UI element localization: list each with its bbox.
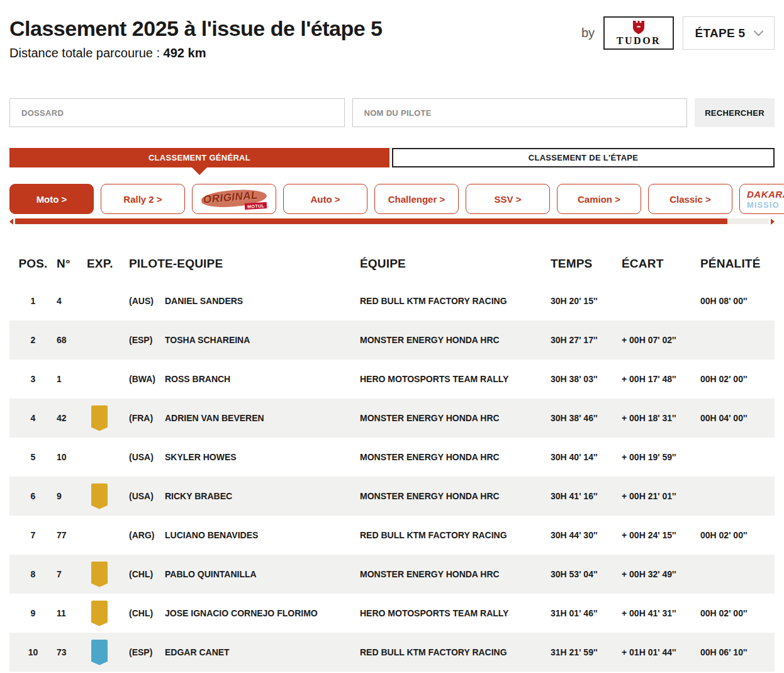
scrollbar-thumb[interactable] bbox=[15, 218, 727, 224]
number-cell: 9 bbox=[57, 491, 87, 501]
category-button-classic[interactable]: Classic > bbox=[648, 184, 732, 214]
pilot-cell: (FRA)ADRIEN VAN BEVEREN bbox=[129, 413, 360, 423]
table-row[interactable]: 87(CHL)PABLO QUINTANILLAMONSTER ENERGY H… bbox=[9, 555, 775, 594]
column-header-pilot: PILOTE-EQUIPE bbox=[129, 257, 360, 271]
table-row[interactable]: 442(FRA)ADRIEN VAN BEVERENMONSTER ENERGY… bbox=[9, 399, 775, 438]
table-row[interactable]: 1073(ESP)EDGAR CANETRED BULL KTM FACTORY… bbox=[9, 633, 775, 672]
table-header-row: POS.N°EXP.PILOTE-EQUIPEÉQUIPETEMPSÉCARTP… bbox=[9, 257, 775, 281]
category-button-moto[interactable]: Moto > bbox=[9, 184, 94, 214]
number-cell: 1 bbox=[57, 374, 87, 384]
table-row[interactable]: 777(ARG)LUCIANO BENAVIDESRED BULL KTM FA… bbox=[9, 516, 775, 555]
gap-cell: + 01H 01' 44'' bbox=[622, 647, 700, 657]
search-row: RECHERCHER bbox=[9, 98, 775, 127]
table-row[interactable]: 31(BWA)ROSS BRANCHHERO MOTOSPORTS TEAM R… bbox=[9, 359, 775, 399]
table-row[interactable]: 510(USA)SKYLER HOWESMONSTER ENERGY HONDA… bbox=[9, 438, 775, 477]
table-row[interactable]: 911(CHL)JOSE IGNACIO CORNEJO FLORIMOHERO… bbox=[9, 594, 775, 633]
tab-classement-etape-label: CLASSEMENT DE L'ÉTAPE bbox=[529, 153, 639, 162]
search-button[interactable]: RECHERCHER bbox=[695, 98, 775, 127]
table-row[interactable]: 268(ESP)TOSHA SCHAREINAMONSTER ENERGY HO… bbox=[9, 320, 775, 359]
country-code: (USA) bbox=[129, 491, 165, 501]
country-code: (ARG) bbox=[129, 530, 165, 540]
stage-select-dropdown[interactable]: ÉTAPE 5 bbox=[683, 16, 775, 50]
dossard-input[interactable] bbox=[9, 98, 345, 127]
category-row: Moto >Rally 2 >ORIGINALMOTULAuto >Challe… bbox=[9, 184, 775, 214]
time-cell: 30H 38' 03'' bbox=[551, 374, 622, 384]
gap-cell: + 00H 41' 31'' bbox=[622, 608, 700, 618]
category-button-dakar-mission[interactable]: DAKARAMISSIO bbox=[739, 184, 784, 214]
pilot-name-input[interactable] bbox=[352, 98, 688, 127]
category-button-ssv[interactable]: SSV > bbox=[466, 184, 550, 214]
dakar-logo-line2: MISSIO bbox=[747, 200, 784, 210]
position-cell: 1 bbox=[9, 296, 57, 306]
experience-cell bbox=[87, 484, 129, 509]
category-button-camion[interactable]: Camion > bbox=[557, 184, 641, 214]
pilot-cell: (CHL)JOSE IGNACIO CORNEJO FLORIMO bbox=[129, 608, 360, 618]
position-cell: 10 bbox=[9, 647, 57, 657]
pilot-cell: (ESP)EDGAR CANET bbox=[129, 647, 360, 657]
country-code: (BWA) bbox=[129, 374, 165, 384]
distance-subtitle: Distance totale parcourue : 492 km bbox=[9, 46, 383, 60]
penalty-cell: 00H 02' 00'' bbox=[700, 608, 775, 618]
position-cell: 4 bbox=[9, 413, 57, 423]
category-button-auto[interactable]: Auto > bbox=[283, 184, 367, 214]
category-button-original-by-motul[interactable]: ORIGINALMOTUL bbox=[192, 184, 276, 214]
exp-badge-blue-icon bbox=[91, 640, 108, 665]
position-cell: 7 bbox=[9, 530, 57, 540]
time-cell: 30H 40' 14'' bbox=[551, 452, 622, 462]
category-button-challenger[interactable]: Challenger > bbox=[374, 184, 459, 214]
scrollbar-track[interactable] bbox=[15, 218, 769, 224]
scroll-left-icon[interactable] bbox=[9, 218, 13, 225]
column-header-time: TEMPS bbox=[551, 257, 622, 271]
tab-classement-general[interactable]: CLASSEMENT GÉNÉRAL bbox=[9, 148, 389, 167]
tudor-wordmark: TUDOR bbox=[617, 35, 661, 47]
page-header: Classement 2025 à l'issue de l'étape 5 D… bbox=[9, 16, 775, 60]
pilot-cell: (CHL)PABLO QUINTANILLA bbox=[129, 569, 360, 579]
pilot-name: DANIEL SANDERS bbox=[165, 296, 243, 306]
experience-cell bbox=[87, 640, 129, 665]
category-button-rally2[interactable]: Rally 2 > bbox=[101, 184, 185, 214]
exp-badge-gold-icon bbox=[91, 484, 108, 509]
pilot-name: TOSHA SCHAREINA bbox=[165, 335, 250, 345]
motul-chip-label: MOTUL bbox=[244, 202, 267, 210]
column-header-pos: POS. bbox=[9, 257, 57, 271]
pilot-name: EDGAR CANET bbox=[165, 647, 230, 657]
position-cell: 3 bbox=[9, 374, 57, 384]
team-cell: MONSTER ENERGY HONDA HRC bbox=[360, 452, 551, 462]
number-cell: 10 bbox=[57, 452, 87, 462]
tab-classement-etape[interactable]: CLASSEMENT DE L'ÉTAPE bbox=[392, 148, 775, 167]
pilot-name: ADRIEN VAN BEVEREN bbox=[165, 413, 264, 423]
tudor-shield-icon bbox=[632, 20, 646, 35]
team-cell: HERO MOTOSPORTS TEAM RALLY bbox=[360, 608, 551, 618]
by-label: by bbox=[581, 26, 595, 40]
pilot-cell: (ARG)LUCIANO BENAVIDES bbox=[129, 530, 360, 540]
team-cell: HERO MOTOSPORTS TEAM RALLY bbox=[360, 374, 551, 384]
table-row[interactable]: 69(USA)RICKY BRABECMONSTER ENERGY HONDA … bbox=[9, 477, 775, 516]
column-header-num: N° bbox=[57, 257, 87, 271]
classification-tabs: CLASSEMENT GÉNÉRAL CLASSEMENT DE L'ÉTAPE bbox=[9, 148, 775, 167]
experience-cell bbox=[87, 601, 129, 626]
pilot-cell: (AUS)DANIEL SANDERS bbox=[129, 296, 360, 306]
time-cell: 30H 38' 46'' bbox=[551, 413, 622, 423]
results-table: POS.N°EXP.PILOTE-EQUIPEÉQUIPETEMPSÉCARTP… bbox=[9, 257, 775, 672]
position-cell: 5 bbox=[9, 452, 57, 462]
number-cell: 11 bbox=[57, 608, 87, 618]
classement-page: Classement 2025 à l'issue de l'étape 5 D… bbox=[0, 0, 784, 673]
title-block: Classement 2025 à l'issue de l'étape 5 D… bbox=[9, 16, 383, 60]
penalty-cell: 00H 02' 00'' bbox=[700, 530, 775, 540]
table-row[interactable]: 14(AUS)DANIEL SANDERSRED BULL KTM FACTOR… bbox=[9, 281, 775, 320]
country-code: (AUS) bbox=[129, 296, 165, 306]
stage-select-value: ÉTAPE 5 bbox=[695, 26, 746, 40]
time-cell: 31H 01' 46'' bbox=[551, 608, 622, 618]
country-code: (CHL) bbox=[129, 608, 165, 618]
number-cell: 68 bbox=[57, 335, 87, 345]
scroll-right-icon[interactable] bbox=[771, 218, 775, 225]
category-scrollbar[interactable] bbox=[9, 218, 775, 225]
gap-cell: + 00H 17' 48'' bbox=[622, 374, 700, 384]
exp-badge-gold-icon bbox=[91, 601, 108, 626]
experience-cell bbox=[87, 405, 129, 431]
tab-classement-general-label: CLASSEMENT GÉNÉRAL bbox=[148, 153, 250, 162]
penalty-cell: 00H 08' 00'' bbox=[700, 296, 775, 306]
country-code: (FRA) bbox=[129, 413, 165, 423]
time-cell: 30H 41' 16'' bbox=[551, 491, 622, 501]
column-header-team: ÉQUIPE bbox=[360, 257, 551, 271]
